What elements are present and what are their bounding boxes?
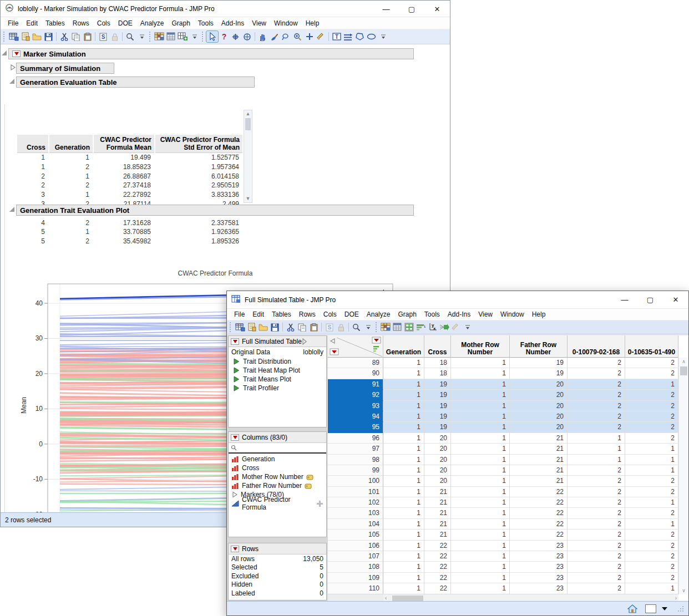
grid-cell[interactable]: 1 xyxy=(625,519,678,530)
grid-cell[interactable]: 21 xyxy=(510,433,568,444)
arrow-tool-icon[interactable] xyxy=(206,31,218,42)
grid-cell[interactable]: 1 xyxy=(383,422,424,432)
row-number[interactable]: 102 xyxy=(328,497,383,508)
menu-help[interactable]: Help xyxy=(528,309,550,319)
grid-cell[interactable]: 2 xyxy=(625,508,678,518)
grid-cell[interactable]: 2 xyxy=(625,541,678,551)
grid-cell[interactable]: 1 xyxy=(383,411,424,422)
grid-column-header[interactable]: Generation xyxy=(383,335,424,358)
eval-table-cell[interactable]: 1 xyxy=(17,153,48,162)
grid-cell[interactable]: 19 xyxy=(424,401,451,411)
outline-open-icon[interactable] xyxy=(9,206,15,212)
grid-cell[interactable]: 1 xyxy=(451,368,510,379)
column-viewer-icon[interactable] xyxy=(392,322,403,333)
grid-cell[interactable]: 22 xyxy=(424,562,451,572)
grid-column-header[interactable]: Father RowNumber xyxy=(510,335,568,358)
table-script-item[interactable]: Trait Heat Map Plot xyxy=(229,366,326,375)
copy-icon[interactable] xyxy=(296,322,308,333)
grid-column-header[interactable]: Mother RowNumber xyxy=(451,335,510,358)
new-data-table-icon[interactable] xyxy=(8,31,19,42)
grid-cell[interactable]: 23 xyxy=(510,562,568,572)
selection-color-box[interactable] xyxy=(645,604,656,613)
grid-cell[interactable]: 2 xyxy=(568,551,625,562)
eval-table-cell[interactable]: 1 xyxy=(17,162,48,172)
eval-table-cell[interactable]: 2 xyxy=(49,181,93,190)
eval-table-cell[interactable]: 2 xyxy=(17,181,48,190)
grid-cell[interactable]: 2 xyxy=(625,433,678,444)
grid-cell[interactable]: 2 xyxy=(568,562,625,572)
toolbar-overflow-icon[interactable] xyxy=(462,322,473,333)
menu-file[interactable]: File xyxy=(4,18,22,28)
row-number[interactable]: 93 xyxy=(328,401,383,411)
grid-cell[interactable]: 21 xyxy=(424,497,451,508)
grid-column-header[interactable]: Cross xyxy=(424,335,451,358)
row-number[interactable]: 100 xyxy=(328,476,383,486)
menu-tools[interactable]: Tools xyxy=(421,309,444,319)
grid-cell[interactable]: 2 xyxy=(625,573,678,583)
copy-icon[interactable] xyxy=(70,31,82,42)
grid-cell[interactable]: 22 xyxy=(510,508,568,518)
row-number[interactable]: 108 xyxy=(328,562,383,572)
eval-table-cell[interactable]: 17.31628 xyxy=(94,218,154,228)
menu-file[interactable]: File xyxy=(230,309,249,319)
grid-cell[interactable]: 2 xyxy=(625,530,678,540)
grid-cell[interactable]: 2 xyxy=(625,368,678,379)
grid-cell[interactable]: 1 xyxy=(451,401,510,411)
grid-cell[interactable]: 1 xyxy=(383,444,424,454)
grid-cell[interactable]: 1 xyxy=(383,358,424,368)
home-icon[interactable] xyxy=(627,604,637,613)
scroll-thumb[interactable] xyxy=(680,366,687,375)
minimize-button[interactable]: — xyxy=(612,291,637,308)
formula-icon[interactable]: yx xyxy=(427,322,438,333)
search-icon[interactable] xyxy=(124,31,136,42)
row-number[interactable]: 95 xyxy=(328,422,383,432)
eval-table-cell[interactable]: 6.014158 xyxy=(155,172,242,181)
table-script-item[interactable]: Trait Means Plot xyxy=(229,375,326,384)
outline-root-header[interactable]: Marker Simulation xyxy=(8,48,414,59)
arrow-annotation-icon[interactable] xyxy=(342,31,354,42)
toolbar-overflow-icon[interactable] xyxy=(136,31,148,42)
grid-cell[interactable]: 1 xyxy=(383,530,424,540)
column-list-item[interactable]: Mother Row Number xyxy=(229,472,326,481)
grid-cell[interactable]: 1 xyxy=(451,379,510,390)
row-number[interactable]: 94 xyxy=(328,411,383,422)
red-triangle-menu-icon[interactable] xyxy=(231,338,239,345)
column-list-item[interactable]: Cross xyxy=(229,464,326,472)
rows-stat-row[interactable]: Labeled0 xyxy=(229,589,326,598)
table-add-icon[interactable] xyxy=(177,31,189,42)
grid-cell[interactable]: 1 xyxy=(383,487,424,497)
menu-help[interactable]: Help xyxy=(302,18,323,28)
row-number[interactable]: 103 xyxy=(328,508,383,518)
grid-cell[interactable]: 19 xyxy=(424,379,451,390)
grid-cell[interactable]: 1 xyxy=(383,465,424,476)
grid-cell[interactable]: 23 xyxy=(510,541,568,551)
grid-cell[interactable]: 1 xyxy=(451,465,510,476)
grid-cell[interactable]: 21 xyxy=(510,455,568,465)
grid-cell[interactable]: 1 xyxy=(568,433,625,444)
table-script-item[interactable]: Trait Distribution xyxy=(229,357,326,366)
grid-cell[interactable]: 1 xyxy=(383,433,424,444)
toolbar-overflow-icon[interactable] xyxy=(377,31,389,42)
grid-cell[interactable]: 1 xyxy=(383,573,424,583)
grid-cell[interactable]: 2 xyxy=(568,530,625,540)
join-icon[interactable] xyxy=(438,322,450,333)
grid-cell[interactable]: 20 xyxy=(510,379,568,390)
menu-rows[interactable]: Rows xyxy=(69,18,93,28)
data-table-view-icon[interactable] xyxy=(380,322,392,333)
grabber-tool-icon[interactable] xyxy=(257,31,268,42)
grid-cell[interactable]: 1 xyxy=(383,562,424,572)
grid-cell[interactable]: 1 xyxy=(451,487,510,497)
grid-cell[interactable]: 2 xyxy=(568,390,625,400)
column-list-item[interactable]: Father Row Number xyxy=(229,481,326,490)
cut-icon[interactable] xyxy=(58,31,70,42)
eval-table-cell[interactable]: 1.895326 xyxy=(155,237,242,246)
grid-cell[interactable]: 1 xyxy=(625,455,678,465)
eval-column-header[interactable]: Cross xyxy=(17,135,48,153)
eval-table-cell[interactable]: 2 xyxy=(17,172,48,181)
menu-window[interactable]: Window xyxy=(270,18,302,28)
run-script-icon[interactable] xyxy=(233,367,240,374)
grid-cell[interactable]: 2 xyxy=(568,379,625,390)
paste-icon[interactable] xyxy=(308,322,320,333)
grid-cell[interactable]: 20 xyxy=(510,411,568,422)
grid-cell[interactable]: 21 xyxy=(424,487,451,497)
